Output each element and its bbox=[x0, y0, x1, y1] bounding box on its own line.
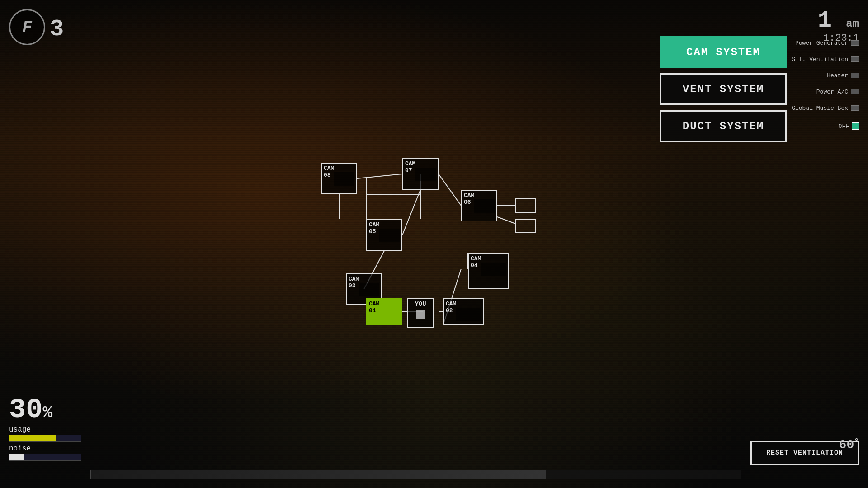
usage-label: usage bbox=[9, 426, 81, 434]
panel-sil-ventilation[interactable]: Sil. Ventilation bbox=[789, 52, 859, 66]
panel-global-music-box[interactable]: Global Music Box bbox=[789, 101, 859, 115]
duct-system-button[interactable]: DUCT SYSTEM bbox=[660, 110, 787, 142]
panel-global-music-box-label: Global Music Box bbox=[792, 105, 848, 112]
bottom-bar-fill bbox=[91, 470, 546, 479]
cam-node-02[interactable]: CAM02 bbox=[443, 298, 484, 325]
panel-power-generator-bar bbox=[851, 40, 859, 46]
system-buttons: CAM SYSTEM VENT SYSTEM DUCT SYSTEM bbox=[660, 36, 787, 142]
panel-toggle[interactable]: OFF bbox=[789, 119, 859, 133]
cam-map: CAM08 CAM07 CAM06 CAM05 CAM04 CAM03 CAM0… bbox=[307, 149, 542, 375]
panel-power-generator-label: Power Generator bbox=[795, 40, 848, 47]
bottom-progress-bar bbox=[90, 470, 741, 479]
usage-bar-fill bbox=[9, 435, 56, 441]
cam-node-06[interactable]: CAM06 bbox=[461, 190, 497, 221]
power-percent: 30% bbox=[9, 396, 81, 424]
panel-power-ac[interactable]: Power A/C bbox=[789, 85, 859, 99]
panel-toggle-indicator bbox=[852, 122, 859, 130]
cam-node-04[interactable]: CAM04 bbox=[468, 253, 509, 289]
night-number: 3 bbox=[50, 16, 64, 42]
cam-node-08[interactable]: CAM08 bbox=[321, 163, 357, 194]
right-panel: Power Generator Sil. Ventilation Heater … bbox=[789, 36, 859, 133]
cam-system-button[interactable]: CAM SYSTEM bbox=[660, 36, 787, 68]
cam-node-01[interactable]: CAM01 bbox=[366, 298, 402, 325]
freddy-letter: F bbox=[22, 18, 32, 37]
panel-heater-label: Heater bbox=[827, 72, 848, 79]
usage-bar-track bbox=[9, 435, 81, 442]
cam-node-07[interactable]: CAM07 bbox=[402, 158, 439, 190]
panel-heater-bar bbox=[851, 73, 859, 78]
noise-label: noise bbox=[9, 445, 81, 453]
temperature-display: 60° bbox=[839, 437, 859, 452]
noise-bar-track bbox=[9, 454, 81, 461]
cam-node-05[interactable]: CAM05 bbox=[366, 219, 402, 251]
you-node: YOU bbox=[407, 298, 434, 328]
panel-sil-ventilation-bar bbox=[851, 56, 859, 62]
freddy-icon: F bbox=[9, 9, 45, 45]
stats-area: 30% usage noise bbox=[9, 396, 81, 461]
panel-toggle-label: OFF bbox=[839, 123, 849, 130]
panel-sil-ventilation-label: Sil. Ventilation bbox=[792, 56, 848, 63]
panel-heater[interactable]: Heater bbox=[789, 69, 859, 82]
panel-global-music-box-bar bbox=[851, 105, 859, 111]
vent-system-button[interactable]: VENT SYSTEM bbox=[660, 73, 787, 105]
panel-power-ac-bar bbox=[851, 89, 859, 94]
panel-power-ac-label: Power A/C bbox=[816, 89, 848, 95]
panel-power-generator[interactable]: Power Generator bbox=[789, 36, 859, 50]
noise-bar-fill bbox=[9, 454, 24, 460]
clock-hour: 1 am bbox=[818, 9, 859, 33]
